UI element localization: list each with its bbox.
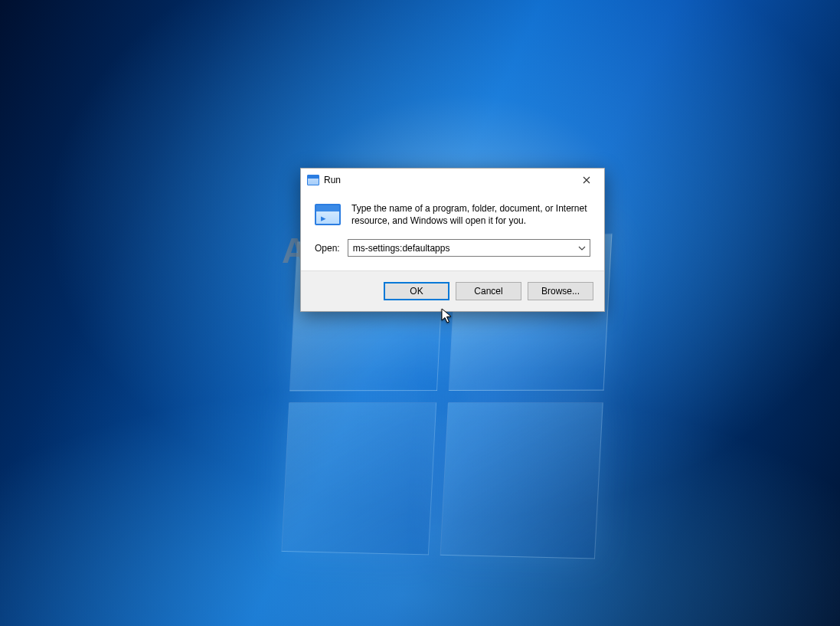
cancel-button[interactable]: Cancel	[456, 282, 521, 300]
open-input[interactable]	[348, 239, 590, 257]
browse-button[interactable]: Browse...	[528, 282, 593, 300]
run-dialog-window: Run Type the name of a program, folder, …	[300, 168, 605, 312]
run-title-icon	[307, 175, 319, 185]
combobox-dropdown-button[interactable]	[574, 240, 590, 256]
close-icon	[583, 176, 590, 184]
titlebar[interactable]: Run	[301, 169, 604, 192]
close-button[interactable]	[569, 169, 604, 192]
window-title: Run	[324, 175, 341, 185]
desktop-background: A PUALS Run Type the name of a program, …	[0, 0, 840, 626]
dialog-description: Type the name of a program, folder, docu…	[351, 202, 590, 227]
chevron-down-icon	[578, 246, 586, 251]
run-app-icon	[315, 204, 341, 225]
ok-button[interactable]: OK	[384, 282, 449, 300]
dialog-body: Type the name of a program, folder, docu…	[301, 192, 604, 239]
open-row: Open:	[301, 239, 604, 270]
button-bar: OK Cancel Browse...	[301, 270, 604, 311]
open-label: Open:	[315, 243, 340, 254]
open-combobox[interactable]	[348, 239, 590, 257]
mouse-cursor	[441, 308, 453, 325]
